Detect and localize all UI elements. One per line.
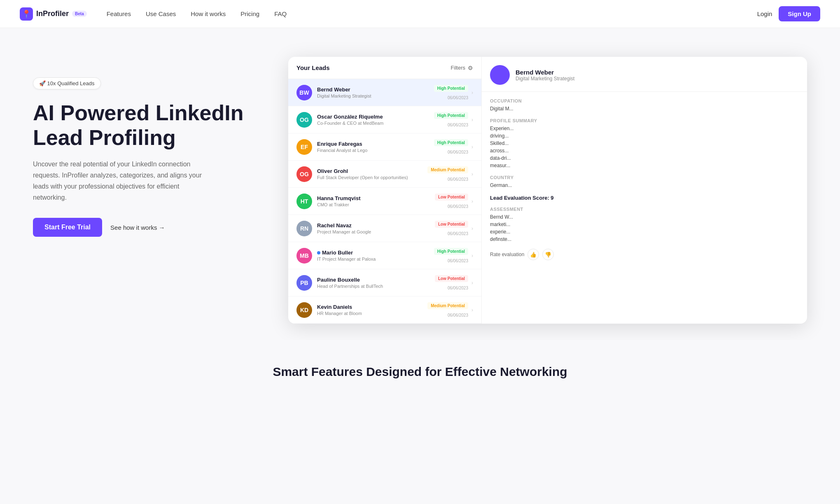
lead-date: 06/06/2023 (448, 231, 468, 236)
lead-badge: High Potential (434, 85, 468, 92)
country-label: Country (490, 175, 799, 180)
detail-profile-summary: Profile Summary Experien...driving...Ski… (490, 118, 799, 169)
chevron-right-icon: › (471, 226, 473, 231)
lead-title: CMO at Trakker (317, 202, 435, 207)
thumbs-down-button[interactable]: 👎 (542, 249, 554, 260)
lead-title: Full Stack Developer (Open for opportuni… (317, 175, 427, 180)
lead-row[interactable]: RN Rachel Navaz Project Manager at Googl… (288, 215, 481, 242)
lead-meta: Medium Potential 06/06/2023 (427, 166, 468, 182)
lead-name: Oliver Grohl (317, 168, 427, 174)
detail-subtitle: Digital Marketing Strategist (516, 76, 574, 82)
lead-row[interactable]: BW Bernd Weber Digital Marketing Strateg… (288, 79, 481, 106)
lead-avatar: PB (296, 275, 312, 291)
lead-avatar: BW (296, 85, 312, 100)
lead-row[interactable]: EF Enrique Fabregas Financial Analyst at… (288, 133, 481, 161)
start-trial-button[interactable]: Start Free Trial (33, 218, 102, 237)
nav-how-it-works[interactable]: How it works (191, 10, 226, 17)
detail-name: Bernd Weber (516, 69, 574, 76)
lead-name: Hanna Trumqvist (317, 195, 435, 201)
lead-info: Oliver Grohl Full Stack Developer (Open … (317, 168, 427, 180)
nav-features[interactable]: Features (107, 10, 131, 17)
lead-date: 06/06/2023 (448, 177, 468, 182)
lead-date: 06/06/2023 (448, 286, 468, 290)
lead-title: Co-Founder & CEO at MedBeam (317, 121, 434, 126)
detail-header: Bernd Weber Digital Marketing Strategist (482, 57, 807, 92)
lead-badge: Low Potential (435, 221, 468, 228)
lead-meta: High Potential 06/06/2023 (434, 84, 468, 101)
lead-title: Financial Analyst at Lego (317, 148, 434, 153)
lead-name: Rachel Navaz (317, 222, 435, 229)
nav-use-cases[interactable]: Use Cases (146, 10, 176, 17)
thumbs-up-button[interactable]: 👍 (527, 249, 539, 260)
lead-date: 06/06/2023 (448, 204, 468, 209)
lead-name: Enrique Fabregas (317, 141, 434, 147)
lead-date: 06/06/2023 (448, 313, 468, 317)
lead-date: 06/06/2023 (448, 123, 468, 127)
signup-button[interactable]: Sign Up (779, 6, 820, 21)
lead-name: Kevin Daniels (317, 304, 427, 310)
lead-meta: Low Potential 06/06/2023 (435, 220, 468, 237)
occupation-value: Digital M... (490, 105, 799, 112)
lead-info: Enrique Fabregas Financial Analyst at Le… (317, 141, 434, 153)
hero-title-line2: Lead Profiling (33, 126, 176, 149)
lead-name: Pauline Bouxelle (317, 277, 435, 283)
lead-avatar: OG (296, 166, 312, 182)
score-text: Lead Evaluation Score: 9 (490, 195, 799, 201)
nav-links: Features Use Cases How it works Pricing … (107, 10, 757, 17)
nav-faq[interactable]: FAQ (274, 10, 287, 17)
lead-date: 06/06/2023 (448, 259, 468, 263)
lead-meta: Low Potential 06/06/2023 (435, 274, 468, 291)
lead-row[interactable]: OG Oliver Grohl Full Stack Developer (Op… (288, 161, 481, 188)
hero-title: AI Powered LinkedIn Lead Profiling (33, 101, 264, 150)
login-button[interactable]: Login (757, 10, 772, 17)
features-title: Smart Features Designed for Effective Ne… (16, 365, 824, 379)
lead-row[interactable]: PB Pauline Bouxelle Head of Partnerships… (288, 269, 481, 296)
lead-badge: High Potential (434, 112, 468, 119)
nav-pricing[interactable]: Pricing (240, 10, 259, 17)
lead-info: Mario Buller IT Project Manager at Palox… (317, 250, 434, 261)
detail-assessment: Assessment Bernd W...marketi...experie..… (490, 207, 799, 243)
lead-info: Pauline Bouxelle Head of Partnerships at… (317, 277, 435, 289)
logo[interactable]: 📍 InProfiler Beta (20, 7, 87, 21)
detail-avatar (490, 65, 510, 85)
lead-badge: Medium Potential (427, 166, 468, 173)
lead-title: HR Manager at Bloom (317, 311, 427, 316)
lead-row[interactable]: HT Hanna Trumqvist CMO at Trakker Low Po… (288, 188, 481, 215)
lead-badge: Low Potential (435, 194, 468, 201)
lead-row[interactable]: OG Oscar González Riquelme Co-Founder & … (288, 106, 481, 133)
beta-badge: Beta (72, 11, 87, 17)
lead-name: Bernd Weber (317, 86, 434, 93)
lead-title: Digital Marketing Strategist (317, 93, 434, 98)
detail-body: Occupation Digital M... Profile Summary … (482, 92, 807, 267)
lead-info: Rachel Navaz Project Manager at Google (317, 222, 435, 234)
nav-actions: Login Sign Up (757, 6, 820, 21)
occupation-label: Occupation (490, 98, 799, 103)
detail-country: Country German... (490, 175, 799, 189)
lead-badge: Medium Potential (427, 302, 468, 309)
see-how-it-works-button[interactable]: See how it works → (110, 224, 165, 231)
navbar: 📍 InProfiler Beta Features Use Cases How… (0, 0, 840, 28)
assessment-value: Bernd W...marketi...experie...definste..… (490, 213, 799, 243)
lead-meta: High Potential 06/06/2023 (434, 247, 468, 264)
filters-button[interactable]: Filters ⚙ (451, 65, 473, 71)
lead-meta: Low Potential 06/06/2023 (435, 193, 468, 210)
hero-badge: 🚀 10x Qualified Leads (33, 77, 101, 89)
rate-evaluation: Rate evaluation 👍 👎 (490, 249, 799, 260)
chevron-right-icon: › (471, 280, 473, 286)
chevron-right-icon: › (471, 253, 473, 259)
lead-row[interactable]: MB Mario Buller IT Project Manager at Pa… (288, 242, 481, 269)
lead-title: Project Manager at Google (317, 229, 435, 234)
lead-name: Mario Buller (317, 250, 434, 256)
chevron-right-icon: › (471, 307, 473, 313)
rate-label: Rate evaluation (490, 252, 524, 257)
logo-text: InProfiler (36, 9, 69, 18)
features-section: Smart Features Designed for Effective Ne… (0, 340, 840, 387)
lead-meta: High Potential 06/06/2023 (434, 111, 468, 128)
leads-panel-title: Your Leads (296, 64, 330, 71)
lead-row[interactable]: KD Kevin Daniels HR Manager at Bloom Med… (288, 296, 481, 324)
hero-left: 🚀 10x Qualified Leads AI Powered LinkedI… (33, 61, 264, 237)
lead-meta: Medium Potential 06/06/2023 (427, 301, 468, 318)
lead-meta: High Potential 06/06/2023 (434, 138, 468, 155)
detail-panel: Bernd Weber Digital Marketing Strategist… (482, 57, 807, 324)
assessment-label: Assessment (490, 207, 799, 212)
